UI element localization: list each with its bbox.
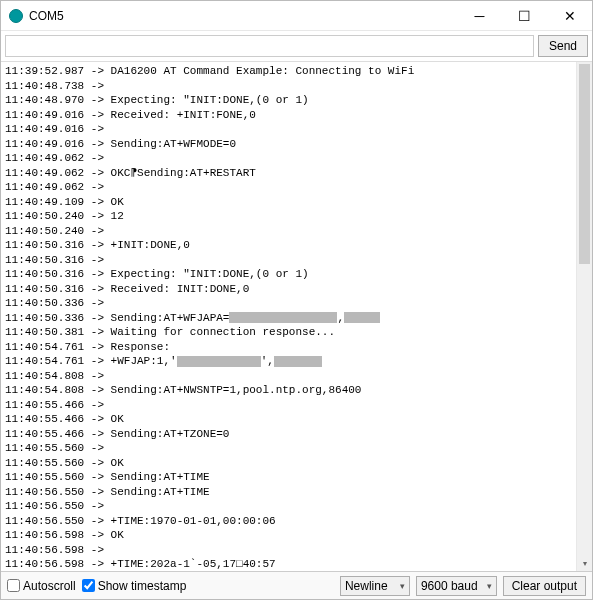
terminal-output[interactable]: 11:39:52.987 -> DA16200 AT Command Examp…	[1, 62, 592, 571]
log-line: 11:40:50.240 ->	[5, 224, 588, 239]
log-line: 11:40:49.109 -> OK	[5, 195, 588, 210]
titlebar[interactable]: COM5 ─ ☐ ✕	[1, 1, 592, 31]
log-line: 11:39:52.987 -> DA16200 AT Command Examp…	[5, 64, 588, 79]
log-line: 11:40:48.738 ->	[5, 79, 588, 94]
log-line: 11:40:49.016 ->	[5, 122, 588, 137]
scroll-down-icon[interactable]: ▾	[577, 555, 592, 571]
log-line: 11:40:50.316 -> +INIT:DONE,0	[5, 238, 588, 253]
log-line: 11:40:48.970 -> Expecting: "INIT:DONE,(0…	[5, 93, 588, 108]
autoscroll-input[interactable]	[7, 579, 20, 592]
log-line: 11:40:50.336 -> Sending:AT+WFJAPA= ,	[5, 311, 588, 326]
log-line: 11:40:55.560 -> Sending:AT+TIME	[5, 470, 588, 485]
log-line: 11:40:56.550 ->	[5, 499, 588, 514]
log-line: 11:40:50.336 ->	[5, 296, 588, 311]
window-title: COM5	[29, 9, 457, 23]
autoscroll-checkbox[interactable]: Autoscroll	[7, 579, 76, 593]
baud-select[interactable]: 9600 baud	[416, 576, 497, 596]
log-line: 11:40:56.550 -> Sending:AT+TIME	[5, 485, 588, 500]
log-line: 11:40:49.062 -> OKC⁋Sending:AT+RESTART	[5, 166, 588, 181]
log-line: 11:40:55.466 -> OK	[5, 412, 588, 427]
log-line: 11:40:54.808 ->	[5, 369, 588, 384]
log-line: 11:40:56.598 ->	[5, 543, 588, 558]
scrollbar[interactable]: ▴ ▾	[576, 62, 592, 571]
log-line: 11:40:50.316 -> Expecting: "INIT:DONE,(0…	[5, 267, 588, 282]
footer: Autoscroll Show timestamp Newline 9600 b…	[1, 571, 592, 599]
log-line: 11:40:55.466 -> Sending:AT+TZONE=0	[5, 427, 588, 442]
log-line: 11:40:55.560 ->	[5, 441, 588, 456]
autoscroll-label: Autoscroll	[23, 579, 76, 593]
log-line: 11:40:54.761 -> +WFJAP:1,' ',	[5, 354, 588, 369]
log-line: 11:40:49.062 ->	[5, 180, 588, 195]
log-line: 11:40:54.761 -> Response:	[5, 340, 588, 355]
minimize-button[interactable]: ─	[457, 1, 502, 30]
log-line: 11:40:55.560 -> OK	[5, 456, 588, 471]
log-line: 11:40:56.550 -> +TIME:1970-01-01,00:00:0…	[5, 514, 588, 529]
log-line: 11:40:50.381 -> Waiting for connection r…	[5, 325, 588, 340]
input-row: Send	[1, 31, 592, 62]
timestamp-checkbox[interactable]: Show timestamp	[82, 579, 187, 593]
log-line: 11:40:50.316 -> Received: INIT:DONE,0	[5, 282, 588, 297]
timestamp-label: Show timestamp	[98, 579, 187, 593]
log-line: 11:40:49.062 ->	[5, 151, 588, 166]
clear-output-button[interactable]: Clear output	[503, 576, 586, 596]
command-input[interactable]	[5, 35, 534, 57]
log-line: 11:40:49.016 -> Sending:AT+WFMODE=0	[5, 137, 588, 152]
maximize-button[interactable]: ☐	[502, 1, 547, 30]
log-line: 11:40:56.598 -> OK	[5, 528, 588, 543]
log-line: 11:40:50.316 ->	[5, 253, 588, 268]
scroll-thumb[interactable]	[579, 64, 590, 264]
log-line: 11:40:49.016 -> Received: +INIT:FONE,0	[5, 108, 588, 123]
timestamp-input[interactable]	[82, 579, 95, 592]
log-line: 11:40:55.466 ->	[5, 398, 588, 413]
log-line: 11:40:54.808 -> Sending:AT+NWSNTP=1,pool…	[5, 383, 588, 398]
log-line: 11:40:50.240 -> 12	[5, 209, 588, 224]
line-ending-select[interactable]: Newline	[340, 576, 410, 596]
log-line: 11:40:56.598 -> +TIME:202a-1`-05,17□40:5…	[5, 557, 588, 571]
terminal-wrap: 11:39:52.987 -> DA16200 AT Command Examp…	[1, 62, 592, 571]
send-button[interactable]: Send	[538, 35, 588, 57]
serial-monitor-window: COM5 ─ ☐ ✕ Send 11:39:52.987 -> DA16200 …	[0, 0, 593, 600]
app-icon	[9, 9, 23, 23]
close-button[interactable]: ✕	[547, 1, 592, 30]
